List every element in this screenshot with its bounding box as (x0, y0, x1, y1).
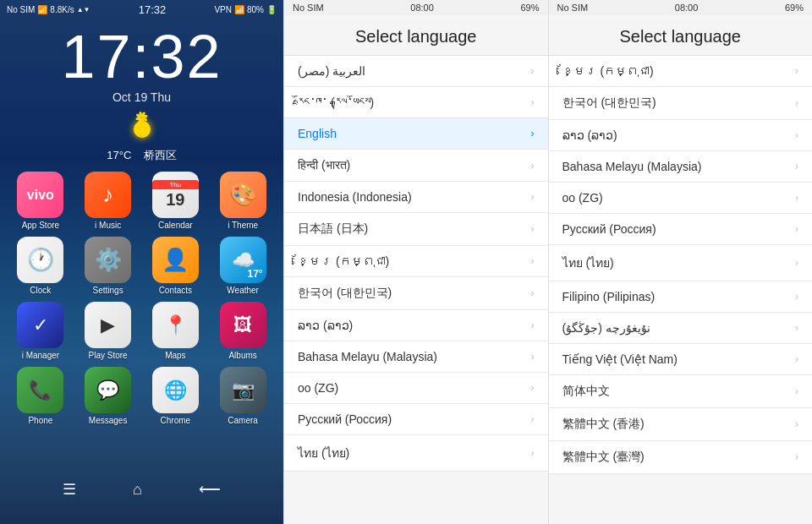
app-item-imanager[interactable]: ✓ i Manager (10, 302, 71, 360)
time-display: 17:32 (139, 3, 167, 16)
right-language-list: ខ្មែរ (កម្ពុជា) › 한국어 (대한민국) › ລາວ (ລາວ)… (549, 56, 813, 524)
app-item-clock[interactable]: 🕐 Clock (10, 237, 71, 295)
app-label-itheme: i Theme (228, 221, 258, 230)
list-item[interactable]: Filipino (Pilipinas) › (549, 281, 813, 313)
app-label-albums: Albums (228, 351, 256, 360)
status-right: VPN 📶 80% 🔋 (214, 5, 277, 14)
chevron-right-icon: › (531, 255, 535, 267)
nav-home-icon[interactable]: ⌂ (133, 481, 142, 499)
app-item-weather[interactable]: ☁️ 17° Weather (212, 237, 273, 295)
lang-name: Tiếng Việt (Việt Nam) (562, 352, 678, 366)
chevron-right-icon: › (795, 223, 798, 235)
lang-name: Indonesia (Indonesia) (298, 190, 412, 204)
app-icon-imusic: ♪ (85, 172, 131, 218)
app-item-calendar[interactable]: Thu 19 Calendar (145, 172, 206, 230)
list-item-english[interactable]: English › (284, 118, 548, 150)
app-item-chrome[interactable]: 🌐 Chrome (145, 367, 206, 425)
app-icon-itheme: 🎨 (220, 172, 266, 218)
app-icon-maps: 📍 (152, 302, 199, 348)
app-icon-camera: 📷 (220, 367, 266, 413)
nav-menu-icon[interactable]: ☰ (63, 480, 76, 499)
chevron-right-icon: › (795, 161, 798, 172)
lang-name: Bahasa Melayu (Malaysia) (562, 160, 702, 173)
left-language-list: العربية (مصر) › རྫོང་ཁ་ (རྒྱལ་ཡོངས) › En… (284, 56, 548, 524)
calendar-day: 19 (166, 189, 184, 210)
app-item-settings[interactable]: ⚙️ Settings (78, 237, 139, 295)
lang-name: 한국어 (대한민국) (562, 96, 656, 111)
list-item[interactable]: 한국어 (대한민국) › (549, 87, 813, 120)
app-item-maps[interactable]: 📍 Maps (145, 302, 206, 360)
app-icon-settings: ⚙️ (85, 237, 131, 283)
vpn-label: VPN (214, 5, 232, 14)
chevron-right-icon: › (531, 447, 535, 459)
list-item[interactable]: oo (ZG) › (284, 373, 548, 404)
app-item-messages[interactable]: 💬 Messages (78, 367, 139, 425)
app-icon-weather: ☁️ 17° (220, 237, 266, 283)
list-item[interactable]: Русский (Россия) › (284, 404, 548, 435)
lang-name: Русский (Россия) (298, 412, 392, 426)
lang-name: Русский (Россия) (562, 222, 656, 236)
chevron-right-icon: › (795, 385, 798, 397)
app-item-phone[interactable]: 📞 Phone (10, 367, 71, 425)
app-icon-imanager: ✓ (17, 302, 63, 348)
nav-back-icon[interactable]: ⟵ (199, 480, 221, 499)
list-item[interactable]: Indonesia (Indonesia) › (284, 182, 548, 213)
up-arrow: ▲▼ (77, 6, 91, 14)
list-item[interactable]: Русский (Россия) › (549, 214, 813, 245)
phone-status-bar: No SIM 📶 8.8K/s ▲▼ 17:32 VPN 📶 80% 🔋 (0, 0, 283, 19)
list-item[interactable]: Bahasa Melayu (Malaysia) › (284, 341, 548, 373)
chevron-right-icon: › (795, 192, 798, 204)
left-status-no-sim: No SIM (293, 3, 324, 13)
lang-name: Bahasa Melayu (Malaysia) (298, 350, 437, 363)
list-item[interactable]: 简体中文 › (549, 375, 813, 408)
app-item-camera[interactable]: 📷 Camera (212, 367, 273, 425)
list-item[interactable]: ខ្មែរ (កម្ពុជា) › (284, 246, 548, 277)
list-item[interactable]: Bahasa Melayu (Malaysia) › (549, 151, 813, 183)
status-left: No SIM 📶 8.8K/s ▲▼ (7, 5, 91, 14)
list-item[interactable]: Tiếng Việt (Việt Nam) › (549, 344, 813, 375)
app-item-itheme[interactable]: 🎨 i Theme (212, 172, 273, 230)
left-panel-status: No SIM 08:00 69% (284, 0, 548, 15)
chevron-right-icon: › (531, 128, 535, 139)
right-panel-title: Select language (549, 15, 813, 56)
list-item[interactable]: ไทย (ไทย) › (284, 435, 548, 472)
list-item[interactable]: 繁體中文 (香港) › (549, 408, 813, 441)
list-item[interactable]: ไทย (ไทย) › (549, 245, 813, 281)
lang-name: 日本語 (日本) (298, 221, 368, 237)
app-label-clock: Clock (30, 286, 51, 295)
chevron-right-icon: › (531, 287, 535, 299)
list-item[interactable]: हिन्दी (भारत) › (284, 150, 548, 182)
app-item-albums[interactable]: 🖼 Albums (212, 302, 273, 360)
app-item-contacts[interactable]: 👤 Contacts (145, 237, 206, 295)
list-item[interactable]: ខ្មែរ (កម្ពុជា) › (549, 56, 813, 87)
app-label-appstore: App Store (22, 221, 59, 230)
chevron-right-icon: › (531, 96, 535, 108)
app-label-phone: Phone (28, 416, 52, 425)
app-item-playstore[interactable]: ▶ Play Store (78, 302, 139, 360)
lang-name: Filipino (Pilipinas) (562, 290, 656, 303)
lang-name: རྫོང་ཁ་ (རྒྱལ་ཡོངས) (298, 96, 374, 109)
app-icon-phone: 📞 (17, 367, 63, 413)
list-item[interactable]: العربية (مصر) › (284, 56, 548, 87)
signal-icon: 📶 (37, 5, 47, 14)
chevron-right-icon: › (795, 65, 798, 77)
app-item-appstore[interactable]: vivo App Store (10, 172, 71, 230)
lang-name: 한국어 (대한민국) (298, 286, 392, 301)
list-item[interactable]: ລາວ (ລາວ) › (284, 310, 548, 341)
chevron-right-icon: › (531, 65, 535, 77)
list-item[interactable]: 日本語 (日本) › (284, 213, 548, 246)
lang-name: نۇيغۇرچە (جۇڭگۇ) (562, 321, 650, 335)
app-icon-calendar: Thu 19 (152, 172, 199, 218)
list-item[interactable]: نۇيغۇرچە (جۇڭگۇ) › (549, 313, 813, 344)
chevron-right-icon: › (531, 191, 535, 203)
app-item-imusic[interactable]: ♪ i Music (78, 172, 139, 230)
lang-name: ខ្មែរ (កម្ពុជា) (298, 254, 389, 268)
list-item[interactable]: རྫོང་ཁ་ (རྒྱལ་ཡོངས) › (284, 87, 548, 118)
date-display: Oct 19 Thu (0, 90, 283, 104)
list-item[interactable]: oo (ZG) › (549, 183, 813, 214)
sun-icon (125, 112, 159, 146)
list-item[interactable]: 繁體中文 (臺灣) › (549, 441, 813, 474)
chevron-right-icon: › (795, 129, 798, 141)
list-item[interactable]: 한국어 (대한민국) › (284, 277, 548, 310)
list-item[interactable]: ລາວ (ລາວ) › (549, 120, 813, 151)
